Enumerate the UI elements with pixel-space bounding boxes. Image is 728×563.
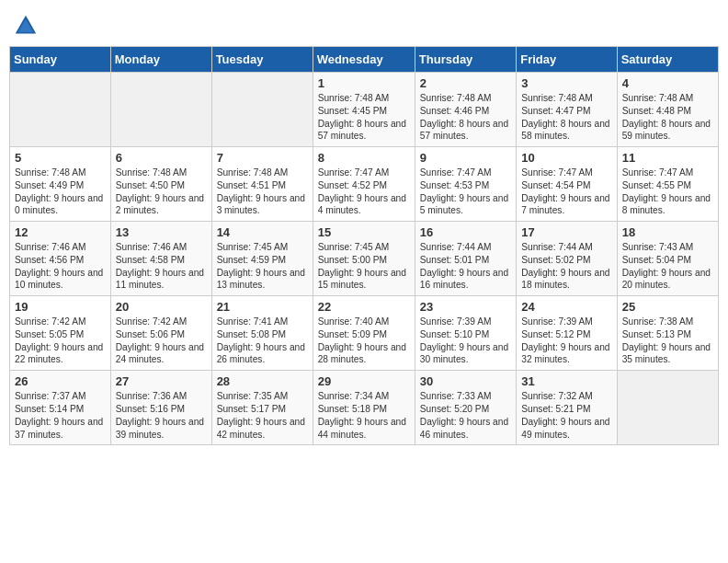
cell-content: Sunrise: 7:34 AM Sunset: 5:18 PM Dayligh… (318, 390, 410, 441)
day-number: 28 (217, 374, 308, 388)
cell-content: Sunrise: 7:47 AM Sunset: 4:52 PM Dayligh… (318, 167, 410, 217)
calendar-cell: 4Sunrise: 7:48 AM Sunset: 4:48 PM Daylig… (617, 73, 718, 147)
calendar-cell: 25Sunrise: 7:38 AM Sunset: 5:13 PM Dayli… (617, 296, 718, 371)
day-number: 26 (15, 374, 106, 388)
cell-content: Sunrise: 7:48 AM Sunset: 4:47 PM Dayligh… (521, 92, 611, 143)
day-number: 21 (217, 300, 308, 314)
cell-content: Sunrise: 7:41 AM Sunset: 5:08 PM Dayligh… (217, 316, 308, 366)
calendar-table: SundayMondayTuesdayWednesdayThursdayFrid… (9, 46, 719, 445)
calendar-week-row: 5Sunrise: 7:48 AM Sunset: 4:49 PM Daylig… (10, 147, 719, 222)
calendar-cell: 14Sunrise: 7:45 AM Sunset: 4:59 PM Dayli… (211, 222, 313, 296)
day-number: 4 (622, 76, 713, 90)
day-number: 5 (15, 151, 106, 165)
cell-content: Sunrise: 7:47 AM Sunset: 4:53 PM Dayligh… (420, 167, 511, 217)
calendar-cell: 3Sunrise: 7:48 AM Sunset: 4:47 PM Daylig… (517, 73, 617, 147)
cell-content: Sunrise: 7:40 AM Sunset: 5:09 PM Dayligh… (318, 316, 410, 366)
cell-content: Sunrise: 7:48 AM Sunset: 4:49 PM Dayligh… (15, 167, 106, 217)
calendar-cell: 9Sunrise: 7:47 AM Sunset: 4:53 PM Daylig… (415, 147, 516, 222)
calendar-cell: 10Sunrise: 7:47 AM Sunset: 4:54 PM Dayli… (517, 147, 617, 222)
day-number: 9 (420, 151, 511, 165)
cell-content: Sunrise: 7:44 AM Sunset: 5:02 PM Dayligh… (521, 241, 611, 292)
day-number: 27 (116, 374, 207, 388)
day-number: 19 (15, 300, 106, 314)
day-number: 30 (420, 374, 511, 388)
day-number: 14 (217, 225, 308, 239)
calendar-cell: 23Sunrise: 7:39 AM Sunset: 5:10 PM Dayli… (415, 296, 516, 371)
cell-content: Sunrise: 7:46 AM Sunset: 4:58 PM Dayligh… (116, 241, 207, 292)
day-number: 16 (420, 225, 511, 239)
calendar-cell: 21Sunrise: 7:41 AM Sunset: 5:08 PM Dayli… (211, 296, 313, 371)
day-number: 2 (420, 76, 511, 90)
calendar-cell: 28Sunrise: 7:35 AM Sunset: 5:17 PM Dayli… (211, 371, 313, 445)
day-number: 8 (318, 151, 410, 165)
day-number: 23 (420, 300, 511, 314)
calendar-week-row: 19Sunrise: 7:42 AM Sunset: 5:05 PM Dayli… (10, 296, 719, 371)
logo-icon (13, 13, 39, 39)
cell-content: Sunrise: 7:47 AM Sunset: 4:55 PM Dayligh… (622, 167, 713, 217)
calendar-cell: 15Sunrise: 7:45 AM Sunset: 5:00 PM Dayli… (313, 222, 415, 296)
weekday-header: Tuesday (211, 47, 313, 73)
cell-content: Sunrise: 7:44 AM Sunset: 5:01 PM Dayligh… (420, 241, 511, 292)
cell-content: Sunrise: 7:48 AM Sunset: 4:45 PM Dayligh… (318, 92, 410, 143)
cell-content: Sunrise: 7:42 AM Sunset: 5:06 PM Dayligh… (116, 316, 207, 366)
weekday-header: Friday (517, 47, 617, 73)
calendar-cell (617, 371, 718, 445)
calendar-cell: 12Sunrise: 7:46 AM Sunset: 4:56 PM Dayli… (10, 222, 111, 296)
calendar-week-row: 12Sunrise: 7:46 AM Sunset: 4:56 PM Dayli… (10, 222, 719, 296)
day-number: 3 (521, 76, 611, 90)
cell-content: Sunrise: 7:39 AM Sunset: 5:10 PM Dayligh… (420, 316, 511, 366)
cell-content: Sunrise: 7:39 AM Sunset: 5:12 PM Dayligh… (521, 316, 611, 366)
day-number: 18 (622, 225, 713, 239)
calendar-cell: 31Sunrise: 7:32 AM Sunset: 5:21 PM Dayli… (517, 371, 617, 445)
logo (13, 13, 40, 39)
cell-content: Sunrise: 7:48 AM Sunset: 4:48 PM Dayligh… (622, 92, 713, 143)
cell-content: Sunrise: 7:46 AM Sunset: 4:56 PM Dayligh… (15, 241, 106, 292)
cell-content: Sunrise: 7:48 AM Sunset: 4:46 PM Dayligh… (420, 92, 511, 143)
calendar-cell: 19Sunrise: 7:42 AM Sunset: 5:05 PM Dayli… (10, 296, 111, 371)
calendar-cell: 16Sunrise: 7:44 AM Sunset: 5:01 PM Dayli… (415, 222, 516, 296)
calendar-cell: 8Sunrise: 7:47 AM Sunset: 4:52 PM Daylig… (313, 147, 415, 222)
day-number: 15 (318, 225, 410, 239)
day-number: 10 (521, 151, 611, 165)
weekday-header: Saturday (617, 47, 718, 73)
day-number: 25 (622, 300, 713, 314)
cell-content: Sunrise: 7:35 AM Sunset: 5:17 PM Dayligh… (217, 390, 308, 441)
calendar-week-row: 1Sunrise: 7:48 AM Sunset: 4:45 PM Daylig… (10, 73, 719, 147)
weekday-header: Thursday (415, 47, 516, 73)
day-number: 7 (217, 151, 308, 165)
calendar-cell: 17Sunrise: 7:44 AM Sunset: 5:02 PM Dayli… (517, 222, 617, 296)
day-number: 24 (521, 300, 611, 314)
cell-content: Sunrise: 7:45 AM Sunset: 5:00 PM Dayligh… (318, 241, 410, 292)
calendar-cell (10, 73, 111, 147)
calendar-cell: 2Sunrise: 7:48 AM Sunset: 4:46 PM Daylig… (415, 73, 516, 147)
cell-content: Sunrise: 7:37 AM Sunset: 5:14 PM Dayligh… (15, 390, 106, 441)
calendar-cell: 29Sunrise: 7:34 AM Sunset: 5:18 PM Dayli… (313, 371, 415, 445)
calendar-cell: 22Sunrise: 7:40 AM Sunset: 5:09 PM Dayli… (313, 296, 415, 371)
calendar-cell: 1Sunrise: 7:48 AM Sunset: 4:45 PM Daylig… (313, 73, 415, 147)
cell-content: Sunrise: 7:45 AM Sunset: 4:59 PM Dayligh… (217, 241, 308, 292)
calendar-cell: 20Sunrise: 7:42 AM Sunset: 5:06 PM Dayli… (110, 296, 211, 371)
calendar-body: 1Sunrise: 7:48 AM Sunset: 4:45 PM Daylig… (10, 73, 719, 445)
cell-content: Sunrise: 7:47 AM Sunset: 4:54 PM Dayligh… (521, 167, 611, 217)
cell-content: Sunrise: 7:43 AM Sunset: 5:04 PM Dayligh… (622, 241, 713, 292)
day-number: 11 (622, 151, 713, 165)
calendar-cell (110, 73, 211, 147)
calendar-week-row: 26Sunrise: 7:37 AM Sunset: 5:14 PM Dayli… (10, 371, 719, 445)
day-number: 20 (116, 300, 207, 314)
day-number: 1 (318, 76, 410, 90)
cell-content: Sunrise: 7:32 AM Sunset: 5:21 PM Dayligh… (521, 390, 611, 441)
cell-content: Sunrise: 7:33 AM Sunset: 5:20 PM Dayligh… (420, 390, 511, 441)
weekday-header: Monday (110, 47, 211, 73)
calendar-cell: 5Sunrise: 7:48 AM Sunset: 4:49 PM Daylig… (10, 147, 111, 222)
day-number: 13 (116, 225, 207, 239)
day-number: 6 (116, 151, 207, 165)
weekday-header: Sunday (10, 47, 111, 73)
day-number: 31 (521, 374, 611, 388)
day-number: 29 (318, 374, 410, 388)
day-number: 12 (15, 225, 106, 239)
cell-content: Sunrise: 7:48 AM Sunset: 4:50 PM Dayligh… (116, 167, 207, 217)
day-number: 22 (318, 300, 410, 314)
day-number: 17 (521, 225, 611, 239)
calendar-cell: 13Sunrise: 7:46 AM Sunset: 4:58 PM Dayli… (110, 222, 211, 296)
calendar-cell: 26Sunrise: 7:37 AM Sunset: 5:14 PM Dayli… (10, 371, 111, 445)
